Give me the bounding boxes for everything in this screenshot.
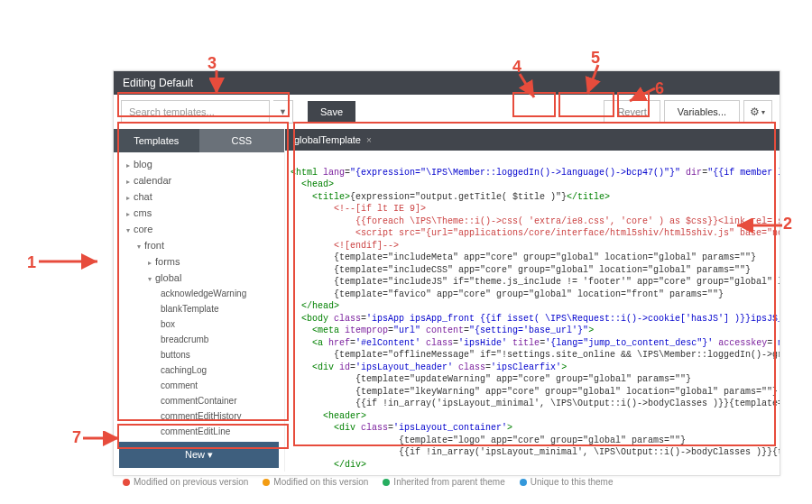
svg-line-4: [587, 65, 598, 94]
callout-7: 7: [72, 428, 81, 447]
tree-item[interactable]: box: [114, 316, 284, 332]
tree-item[interactable]: global: [114, 270, 284, 286]
svg-line-3: [520, 74, 534, 97]
tab-templates[interactable]: Templates: [114, 129, 199, 152]
tree-item[interactable]: chat: [114, 188, 284, 205]
tree-item[interactable]: cms: [114, 205, 284, 221]
close-icon[interactable]: ×: [366, 135, 372, 145]
tree-item[interactable]: comment: [114, 378, 284, 393]
callout-6: 6: [655, 79, 664, 98]
callout-5: 5: [591, 49, 600, 68]
legend: Modified on previous versionModified on …: [114, 472, 780, 492]
tree-item[interactable]: acknowledgeWarning: [114, 286, 284, 301]
code-tab-globaltemplate[interactable]: globalTemplate ×: [285, 129, 381, 151]
tree-item[interactable]: front: [114, 237, 284, 253]
tree-item[interactable]: blankTemplate: [114, 301, 284, 316]
callout-1: 1: [27, 253, 36, 272]
tree-item[interactable]: core: [114, 221, 284, 237]
save-button[interactable]: Save: [308, 101, 355, 123]
gear-icon: ⚙: [750, 105, 760, 118]
tree-item[interactable]: blog: [114, 156, 284, 172]
tree-item[interactable]: cachingLog: [114, 362, 284, 378]
search-input[interactable]: Search templates...: [121, 100, 270, 124]
code-tab-label: globalTemplate: [294, 134, 361, 145]
template-tree[interactable]: blogcalendarchatcmscorefrontformsglobala…: [114, 152, 284, 438]
tree-item[interactable]: calendar: [114, 172, 284, 188]
tree-item[interactable]: commentEditHistory: [114, 408, 284, 424]
main-area: Templates CSS blogcalendarchatcmscorefro…: [114, 129, 780, 472]
legend-item: Modified on this version: [263, 477, 368, 487]
code-panel: globalTemplate × <html lang="{expression…: [285, 129, 780, 472]
legend-item: Unique to this theme: [520, 477, 614, 487]
legend-item: Modified on previous version: [123, 477, 248, 487]
tree-item[interactable]: buttons: [114, 347, 284, 362]
panel-tabs: Templates CSS: [114, 129, 284, 152]
settings-gear-button[interactable]: ⚙▼: [743, 100, 772, 124]
tree-item[interactable]: commentContainer: [114, 393, 284, 408]
svg-line-5: [630, 88, 655, 101]
search-filter-dropdown[interactable]: ▼: [273, 100, 293, 124]
editor-window: Editing Default Search templates... ▼ Sa…: [113, 70, 780, 476]
tree-item[interactable]: breadcrumb: [114, 332, 284, 347]
tree-item[interactable]: forms: [114, 253, 284, 270]
variables-button[interactable]: Variables...: [664, 100, 740, 124]
tree-item[interactable]: commentEditLine: [114, 424, 284, 438]
callout-3: 3: [208, 54, 217, 73]
code-tabs: globalTemplate ×: [285, 129, 780, 151]
new-button[interactable]: New ▾: [119, 442, 279, 468]
code-editor[interactable]: <html lang="{expression="\IPS\Member::lo…: [285, 151, 780, 472]
toolbar: Search templates... ▼ Save Revert Variab…: [114, 95, 780, 129]
left-panel: Templates CSS blogcalendarchatcmscorefro…: [114, 129, 285, 472]
callout-2: 2: [783, 215, 792, 234]
legend-item: Inherited from parent theme: [383, 477, 504, 487]
callout-4: 4: [512, 58, 521, 77]
tab-css[interactable]: CSS: [199, 129, 285, 152]
